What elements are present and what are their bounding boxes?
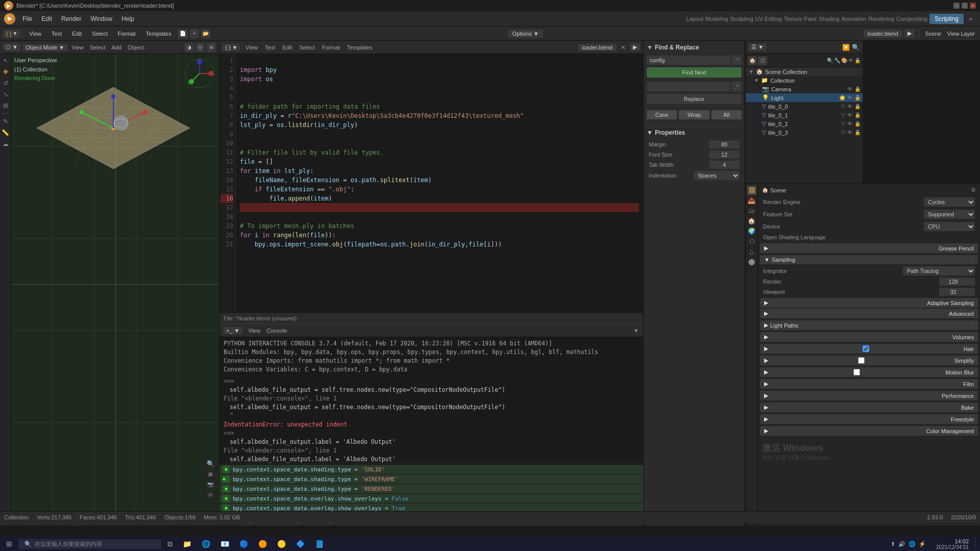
properties-header[interactable]: ▼ Properties: [647, 129, 742, 136]
add-workspace-btn[interactable]: +: [966, 15, 976, 23]
camera-item[interactable]: 📷 Camera 👁 🔒: [746, 85, 863, 93]
all-btn[interactable]: All: [712, 110, 742, 119]
play-script-btn[interactable]: ▶: [630, 43, 640, 51]
scene-props-icon[interactable]: 🏠: [747, 216, 756, 226]
new-text-btn[interactable]: +: [190, 29, 199, 38]
outliner-editor-type[interactable]: ☰ ▼: [749, 43, 766, 51]
tile-0-3-item[interactable]: ▽ tile_0_3 ▽ 👁 🔒: [746, 128, 863, 137]
scale-tool[interactable]: ⤡: [1, 90, 10, 99]
console-view-menu[interactable]: View: [249, 328, 261, 334]
device-select[interactable]: CPU GPU Compute: [924, 222, 975, 231]
code-select-menu[interactable]: Select: [298, 44, 316, 51]
zoom-in-btn[interactable]: 🔍: [206, 459, 215, 468]
simplify-header[interactable]: ▶ Simplify: [760, 356, 978, 365]
case-btn[interactable]: Case: [647, 110, 677, 119]
show-desktop-btn[interactable]: [975, 537, 978, 551]
loader-blend-tab[interactable]: loader.blend: [578, 44, 617, 51]
code-text-area[interactable]: import bpy import os # folder path for i…: [236, 54, 643, 312]
world-props-icon[interactable]: 🌍: [747, 227, 756, 236]
collection-item[interactable]: ▼ 📁 Collection: [746, 76, 863, 85]
tile-0-1-item[interactable]: ▽ tile_0_1 ▽ 👁 🔒: [746, 111, 863, 119]
text-menu[interactable]: Text: [47, 30, 66, 38]
overlay-toggle[interactable]: ⊙: [195, 43, 205, 52]
volumes-header[interactable]: ▶ Volumes: [760, 332, 978, 342]
view-layer-props-icon[interactable]: 🗂: [747, 206, 756, 215]
text-icon[interactable]: 📄: [178, 29, 188, 38]
transform-tool[interactable]: ⊞: [1, 101, 10, 110]
menu-window[interactable]: Window: [86, 14, 116, 23]
taskbar-item-5[interactable]: 🟡: [273, 539, 290, 549]
annotate-tool[interactable]: ✎: [1, 117, 10, 126]
replace-input[interactable]: [647, 82, 730, 91]
select-menu-vp[interactable]: Select: [88, 44, 108, 51]
rotate-tool[interactable]: ↺: [1, 79, 10, 88]
taskbar-clock[interactable]: 14:02 2021/12/34:51: [932, 538, 973, 550]
render-props-icon[interactable]: 🖼: [747, 186, 756, 195]
outliner-filter-btn[interactable]: 🔽: [842, 44, 850, 51]
viewport-mode-selector[interactable]: Object Mode ▼: [22, 44, 67, 51]
code-editor-type-btn[interactable]: { } ▼: [223, 44, 240, 51]
cmd-rendered[interactable]: ■ bpy.context.space_data.shading.type = …: [219, 484, 643, 493]
cursor-tool[interactable]: ↖: [1, 56, 10, 65]
output-props-icon[interactable]: 📤: [747, 196, 756, 205]
measure-tool[interactable]: 📏: [1, 128, 10, 137]
add-cube-tool[interactable]: ☁: [1, 139, 10, 148]
menu-edit[interactable]: Edit: [37, 14, 56, 23]
select-menu[interactable]: Select: [88, 30, 112, 38]
taskbar-item-3[interactable]: 🔵: [235, 539, 252, 549]
taskbar-item-1[interactable]: 🌐: [198, 539, 214, 549]
file-name-field[interactable]: loader.blend: [868, 31, 898, 37]
code-edit-menu[interactable]: Edit: [281, 44, 293, 51]
scripting-tab[interactable]: Scripting: [929, 14, 964, 24]
replace-regex-btn[interactable]: .*: [731, 82, 742, 92]
motion-blur-header[interactable]: ▶ Motion Blur: [760, 367, 978, 377]
console-scroll-down[interactable]: ▼: [633, 328, 639, 334]
replace-btn[interactable]: Replace: [647, 94, 742, 104]
grease-pencil-header[interactable]: ▶ Grease Pencil: [760, 243, 978, 253]
code-view-menu[interactable]: View: [244, 44, 259, 51]
find-next-btn[interactable]: Find Next: [647, 67, 742, 78]
viewport-samples-input[interactable]: [939, 288, 975, 296]
options-btn[interactable]: Options ▼: [508, 30, 543, 38]
sampling-header[interactable]: ▼ Sampling ⋮: [760, 255, 978, 264]
add-menu-vp[interactable]: Add: [110, 44, 124, 51]
cmd-wireframe[interactable]: ■ bpy.context.space_data.shading.type = …: [219, 474, 643, 484]
film-header[interactable]: ▶ Film: [760, 379, 978, 389]
render-engine-select[interactable]: Cycles EEVEE: [924, 197, 975, 207]
object-props-icon[interactable]: ⬡: [747, 237, 756, 246]
view-menu-vp[interactable]: View: [69, 44, 86, 51]
search-bar[interactable]: 🔍 在这里输入你要搜索的内容: [18, 539, 161, 549]
taskbar-item-2[interactable]: 📧: [216, 539, 233, 549]
open-text-btn[interactable]: 📂: [201, 29, 210, 38]
menu-file[interactable]: File: [18, 14, 36, 23]
view-layer-selector[interactable]: View Layer: [945, 31, 977, 37]
move-tool[interactable]: ✥: [1, 67, 10, 77]
tile-0-2-item[interactable]: ▽ tile_0_2 ▽ 👁 🔒: [746, 119, 863, 128]
adaptive-sampling-header[interactable]: ▶ Adaptive Sampling: [760, 298, 978, 308]
editor-type-selector[interactable]: { } ▼: [3, 30, 20, 38]
freestyle-header[interactable]: ▶ Freestyle: [760, 414, 978, 424]
shading-mode-solid[interactable]: ◑: [184, 43, 193, 52]
explorer-btn[interactable]: 📁: [179, 539, 195, 549]
hair-header[interactable]: ▶ Hair: [760, 344, 978, 354]
run-script-btn[interactable]: ▶: [904, 29, 915, 38]
code-templates-menu[interactable]: Templates: [346, 44, 374, 51]
console-label[interactable]: Console: [266, 328, 287, 334]
console-editor-type[interactable]: >_ ▼: [224, 327, 242, 334]
indentation-select[interactable]: Spaces Tabs: [694, 171, 740, 180]
start-btn[interactable]: ⊞: [2, 539, 16, 549]
outliner-icon-scene[interactable]: 🏠: [748, 56, 757, 65]
menu-help[interactable]: Help: [117, 14, 138, 23]
close-file-btn[interactable]: ✕: [621, 44, 626, 51]
font-size-input[interactable]: [709, 151, 740, 159]
margin-input[interactable]: [709, 140, 740, 148]
code-text-menu[interactable]: Text: [263, 44, 277, 51]
tile-0-0-item[interactable]: ▽ tile_0_0 ▽ 👁 🔒: [746, 102, 863, 111]
integrator-select[interactable]: Path Tracing Branched Path Tracing: [903, 266, 975, 276]
scene-collection-item[interactable]: ▼ 🏠 Scene Collection: [746, 67, 863, 76]
light-item[interactable]: 💡 Light 🌟 👁 🔒: [746, 93, 863, 102]
render-samples-input[interactable]: [939, 278, 975, 286]
object-menu-vp[interactable]: Object:: [126, 44, 148, 51]
scene-settings-btn[interactable]: ⚙: [971, 187, 976, 193]
wrap-btn[interactable]: Wrap: [679, 110, 709, 119]
